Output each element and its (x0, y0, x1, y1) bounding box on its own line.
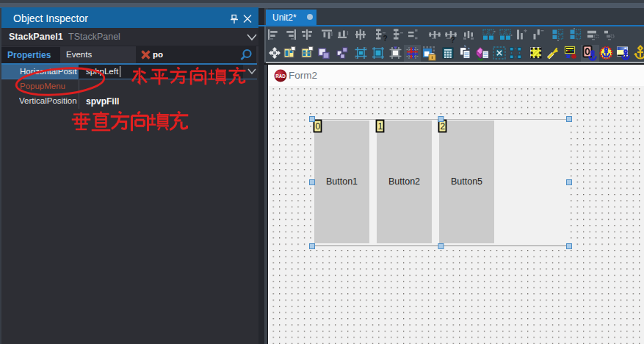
svg-text:2: 2 (440, 121, 445, 132)
svg-text:RAD: RAD (275, 74, 286, 79)
svg-text:1: 1 (377, 121, 383, 132)
svg-text:Button2: Button2 (388, 176, 420, 187)
svg-text:Button5: Button5 (451, 176, 482, 187)
svg-text:0: 0 (315, 121, 320, 132)
svg-text:?: ? (383, 35, 388, 43)
svg-text:?: ? (451, 36, 455, 43)
svg-text:Button1: Button1 (326, 176, 358, 187)
